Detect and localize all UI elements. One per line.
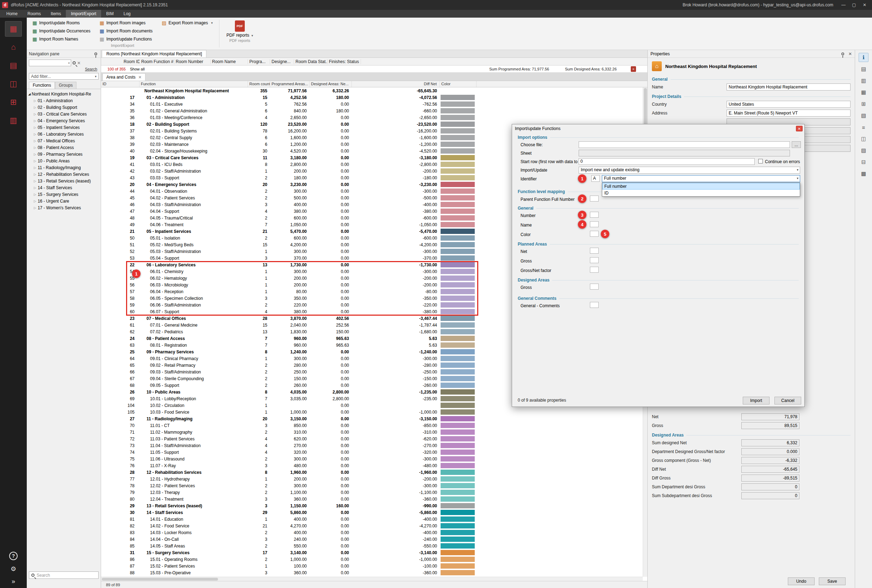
grid-row[interactable]: 8615.01 - Operating Rooms21,000.000.00-1…	[101, 556, 647, 562]
tree-root-project[interactable]: ◢Northeast Kingdom Hospital-Re	[27, 90, 100, 97]
tree-item-14-staff-services[interactable]: ▷14 - Staff Services	[27, 184, 100, 191]
name-input[interactable]	[590, 221, 599, 227]
property-value-diff-gross[interactable]: -89,515	[741, 474, 799, 482]
designed-gross-input[interactable]	[590, 284, 599, 290]
grid-row[interactable]: 8414.04 - On-Call3240.000.00-240.00	[101, 536, 647, 543]
table-icon[interactable]: ▦	[859, 88, 869, 97]
tab-functions[interactable]: Functions	[29, 82, 55, 89]
grid-column-color[interactable]: Color	[440, 81, 476, 87]
property-value-diff-net[interactable]: -65,645	[741, 466, 799, 473]
property-value-name[interactable]: Northeast Kingdom Hospital Replacement	[727, 84, 851, 90]
property-value-department-designed-gross-net-factor[interactable]: 0.000	[741, 448, 799, 455]
parent-function-input[interactable]	[590, 195, 599, 201]
ribbon-button-import-room-names[interactable]: ▦Import Room Names	[30, 35, 93, 43]
room-column-room-number[interactable]: Room Number	[174, 59, 211, 64]
close-tab-icon[interactable]: ✕	[138, 75, 142, 80]
grid-column-designed-areas-ne[interactable]: Designed Areas: Ne...	[310, 81, 352, 87]
tree-item-16-urgent-care[interactable]: ▷16 - Urgent Care	[27, 198, 100, 204]
identifier-column-input[interactable]: A	[591, 175, 600, 182]
grid-row[interactable]: 8314.03 - Locker Rooms2400.000.00-400.00	[101, 529, 647, 536]
grid-column-id[interactable]: ID	[101, 81, 139, 87]
grid-column-diff-net[interactable]: Diff Net	[352, 81, 440, 87]
nav-search-input[interactable]: ▾	[29, 60, 71, 66]
grid-row[interactable]: 1701 - Administration154,252.56180.00-4,…	[101, 94, 647, 101]
room-column-room-data-stat[interactable]: Room Data Stat...	[294, 59, 328, 64]
tab-groups[interactable]: Groups	[55, 82, 76, 89]
ribbon-button-import-update-occurrences[interactable]: ▦Import/update Occurrences	[30, 27, 93, 35]
property-value-sum-subdepartment-desi-gross[interactable]: 0	[741, 492, 799, 499]
grid-row[interactable]: 7411.05 - Support4320.000.00-320.00	[101, 449, 647, 456]
grid-row[interactable]: 10510.03 - Food Service11,000.000.00-1,0…	[101, 409, 647, 416]
list-icon[interactable]: ≡	[859, 123, 869, 132]
grid-column-function[interactable]: Function	[139, 81, 248, 87]
pin-icon[interactable]	[94, 52, 97, 55]
pattern-icon[interactable]: ▨	[859, 146, 869, 155]
show-all-link[interactable]: Show all	[130, 67, 145, 71]
net-input[interactable]	[590, 248, 599, 254]
tree-item-02-building-support[interactable]: ▷02 - Building Support	[27, 104, 100, 111]
grid-row[interactable]: 8114.01 - Education1400.000.00-400.00	[101, 516, 647, 522]
grid-row[interactable]: 8514.05 - Staff Areas2550.000.00-550.00	[101, 543, 647, 549]
property-value-country[interactable]: United States	[727, 101, 851, 108]
grid-row[interactable]: 3601.03 - Meeting/Conference42,650.000.0…	[101, 114, 647, 121]
grid-row[interactable]: 8715.02 - Patient Services1100.000.00-10…	[101, 562, 647, 569]
info-icon[interactable]: ℹ	[859, 53, 869, 62]
data-sheet-icon[interactable]: ▤	[859, 64, 869, 74]
reports-icon[interactable]: ⊞	[5, 94, 22, 110]
grid-column-room-count[interactable]: Room count	[248, 81, 270, 87]
grid-row[interactable]: 8214.02 - Food Service214,270.000.00-4,2…	[101, 522, 647, 529]
general-comments-input[interactable]	[590, 302, 599, 308]
start-row-input[interactable]: 0	[578, 158, 755, 165]
dropdown-option-full-number[interactable]: Full number	[602, 183, 800, 189]
minimize-button[interactable]: —	[838, 1, 849, 9]
tree-item-04-emergency-services[interactable]: ▷04 - Emergency Services	[27, 117, 100, 124]
horizontal-scrollbar[interactable]	[101, 577, 643, 581]
grid-row[interactable]: 7511.06 - Ultrasound2300.000.00-300.00	[101, 456, 647, 462]
close-panel-icon[interactable]: ✕	[848, 51, 852, 56]
dense-grid-icon[interactable]: ▩	[859, 169, 869, 178]
ribbon-button-import-room-images[interactable]: ▦Import Room images	[97, 19, 155, 27]
property-value-sum-department-desi-gross[interactable]: 0	[741, 483, 799, 490]
grid-row[interactable]: 3014 - Staff Services295,860.000.00-5,86…	[101, 509, 647, 516]
report-icon[interactable]: ≡	[631, 66, 636, 72]
room-column-progra[interactable]: Progra...	[248, 59, 270, 64]
choose-file-input[interactable]	[578, 141, 790, 148]
room-column-room-name[interactable]: Room Name	[211, 59, 248, 64]
room-column-room-function[interactable]: Room Function #	[140, 59, 174, 64]
tree-item-10-public-areas[interactable]: ▷10 - Public Areas	[27, 158, 100, 164]
grid-row[interactable]: 3501.02 - General Administration6840.001…	[101, 108, 647, 114]
layout-icon[interactable]: ▧	[859, 111, 869, 120]
tree-item-06-laboratory-services[interactable]: ▷06 - Laboratory Services	[27, 131, 100, 137]
grid-row[interactable]: 7912.03 - Therapy21,100.000.00-1,100.00	[101, 489, 647, 496]
scrollbar-thumb[interactable]	[102, 578, 218, 580]
ribbon-button-export-room-images[interactable]: ▨Export Room images▾	[160, 19, 215, 27]
grid-row[interactable]: 7011.01 - CT3850.000.00-850.00	[101, 422, 647, 429]
import-update-dropdown[interactable]: Import new and update existing	[578, 166, 800, 174]
columns-icon[interactable]: ◫	[859, 134, 869, 143]
grid-row[interactable]: 3115 - Surgery Services173,140.000.00-3,…	[101, 549, 647, 556]
tree-item-17-women-s-services[interactable]: ▷17 - Women's Services	[27, 204, 100, 211]
identifier-dropdown[interactable]: Full number	[602, 175, 800, 182]
room-column-room-id[interactable]: Room ID	[122, 59, 140, 64]
grid-row[interactable]: 7211.03 - Patient Services4620.000.00-62…	[101, 435, 647, 442]
grid-row[interactable]: 7311.04 - Staff/Administration4270.000.0…	[101, 442, 647, 449]
dialog-close-button[interactable]: ✕	[796, 126, 803, 131]
bottom-search-box[interactable]: Search	[29, 572, 99, 579]
property-value-sum-designed-net[interactable]: 6,332	[741, 440, 799, 446]
search-link[interactable]: Search	[27, 67, 101, 72]
grid-row[interactable]: 2913 - Retail Services (leased)31,150.00…	[101, 502, 647, 509]
property-value-gross[interactable]: 89,515	[741, 422, 799, 429]
tree-item-07-medical-offices[interactable]: ▷07 - Medical Offices	[27, 137, 100, 144]
property-value-gross-component-gross-net[interactable]: -6,332	[741, 457, 799, 464]
overview-icon[interactable]: ▦	[5, 21, 22, 37]
items-icon[interactable]: ▤	[5, 58, 22, 73]
ribbon-button-import-update-rooms[interactable]: ▦Import/update Rooms	[30, 19, 93, 27]
import-button[interactable]: Import	[743, 397, 770, 405]
ribbon-button-import-room-documents[interactable]: ▦Import Room documents	[97, 27, 155, 35]
save-button[interactable]: Save	[819, 578, 846, 585]
grid-column-programmed-areas[interactable]: Programmed Areas...	[270, 81, 310, 87]
cancel-button[interactable]: Cancel	[775, 397, 801, 405]
property-value-address[interactable]: E. Main Street (Route 5) Newport VT	[727, 110, 851, 117]
close-button[interactable]: ✕	[859, 1, 870, 9]
expand-strip-icon[interactable]: »	[12, 578, 15, 585]
